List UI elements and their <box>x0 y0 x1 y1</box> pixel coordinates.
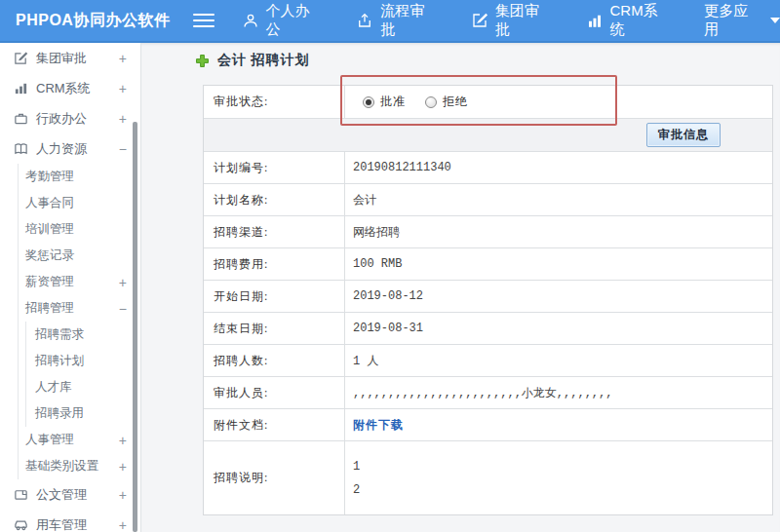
sidebar-item-reward-punishment[interactable]: 奖惩记录 <box>19 243 140 269</box>
field-value: 1 人 <box>345 345 772 376</box>
field-value: 2019-08-12 <box>345 281 772 312</box>
form-row-recruit-cost: 招聘费用: 100 RMB <box>204 248 772 281</box>
expand-toggle[interactable]: + <box>119 112 127 126</box>
nav-label: CRM系统 <box>610 2 672 39</box>
edit-square-icon <box>471 12 488 29</box>
description-line: 2 <box>353 483 360 497</box>
nav-label: 更多应用 <box>704 2 761 39</box>
nav-label: 流程审批 <box>380 2 438 39</box>
sidebar-item-group-approval[interactable]: 集团审批 + <box>0 43 140 73</box>
add-plus-icon <box>195 54 210 68</box>
menu-toggle-icon[interactable] <box>193 10 214 31</box>
field-label: 结束日期: <box>204 313 345 344</box>
sidebar-item-label: 招聘计划 <box>35 353 84 369</box>
main-content: 会计 招聘计划 审批状态: 批准 拒绝 审批信息 计划编号: 201908121… <box>141 43 780 532</box>
nav-item-personal-office[interactable]: 个人办公 <box>242 2 324 39</box>
expand-toggle[interactable]: − <box>119 142 127 156</box>
field-label: 计划编号: <box>204 152 345 183</box>
sidebar-item-recruit-plan[interactable]: 招聘计划 <box>26 348 140 374</box>
expand-toggle[interactable]: − <box>119 302 127 316</box>
sidebar-item-salary[interactable]: 薪资管理 + <box>19 269 140 295</box>
document-icon <box>14 487 28 502</box>
sidebar-item-label: 人才库 <box>35 379 72 396</box>
page-title: 会计 招聘计划 <box>195 52 310 69</box>
sidebar-item-recruitment[interactable]: 招聘管理 − <box>19 295 140 322</box>
field-label: 招聘说明: <box>204 441 345 514</box>
sidebar-scrollbar[interactable] <box>133 122 137 532</box>
sidebar-item-label: 奖惩记录 <box>25 247 74 264</box>
radio-label: 拒绝 <box>443 94 468 110</box>
form-row-action: 审批信息 <box>204 119 772 152</box>
sidebar-item-recruit-hiring[interactable]: 招聘录用 <box>26 400 140 427</box>
sidebar-item-label: 公文管理 <box>36 486 87 504</box>
sidebar-item-hr-contract[interactable]: 人事合同 <box>19 190 140 216</box>
nav-item-more-apps[interactable]: 更多应用 <box>704 2 780 39</box>
top-navbar: PHPOA协同办公软件 个人办公 流程审批 <box>0 0 780 43</box>
sidebar-item-recruit-demand[interactable]: 招聘需求 <box>26 322 140 348</box>
sidebar-item-attendance[interactable]: 考勤管理 <box>19 164 140 190</box>
expand-toggle[interactable]: + <box>119 52 127 65</box>
sidebar-nav: 集团审批 + CRM系统 + 行政办公 + 人力资源 − 考勤管理 人事合同 培… <box>0 43 141 532</box>
sidebar-item-label: 培训管理 <box>25 221 74 238</box>
sidebar-item-talent-pool[interactable]: 人才库 <box>26 374 140 400</box>
nav-label: 个人办公 <box>266 2 324 39</box>
sidebar-item-admin-office[interactable]: 行政办公 + <box>0 103 140 133</box>
field-label: 附件文档: <box>204 409 345 440</box>
radio-reject[interactable] <box>425 96 437 108</box>
app-logo: PHPOA协同办公软件 <box>0 11 193 31</box>
field-label: 招聘费用: <box>204 248 345 280</box>
field-value: ,,,,,,,,,,,,,,,,,,,,,,,,小龙女,,,,,,,, <box>345 377 772 408</box>
nav-item-process-approval[interactable]: 流程审批 <box>356 2 438 39</box>
sidebar-item-human-resources[interactable]: 人力资源 − <box>0 133 140 164</box>
bar-chart-icon <box>14 81 28 95</box>
radio-label: 批准 <box>380 94 406 110</box>
attachment-download-link[interactable]: 附件下载 <box>353 417 404 434</box>
form-row-recruit-channel: 招聘渠道: 网络招聘 <box>204 216 772 248</box>
form-row-recruit-description: 招聘说明: 1 2 <box>204 441 772 514</box>
approval-options: 批准 拒绝 <box>345 86 772 118</box>
expand-toggle[interactable]: + <box>119 488 127 502</box>
field-label: 审批状态: <box>204 86 345 118</box>
sidebar-item-personnel-mgmt[interactable]: 人事管理 + <box>19 427 140 453</box>
sidebar-item-label: 人事管理 <box>25 432 74 448</box>
expand-toggle[interactable]: + <box>119 276 127 289</box>
process-approval-icon <box>356 12 373 29</box>
edit-square-icon <box>14 51 28 65</box>
field-value: 20190812111340 <box>345 152 772 183</box>
sidebar-item-label: 招聘需求 <box>35 326 84 343</box>
sidebar-item-label: 薪资管理 <box>25 274 74 290</box>
sidebar-item-training[interactable]: 培训管理 <box>19 216 140 243</box>
sidebar-item-official-docs[interactable]: 公文管理 + <box>0 479 140 510</box>
nav-item-group-approval[interactable]: 集团审批 <box>471 2 553 39</box>
sidebar-item-label: CRM系统 <box>36 80 91 97</box>
field-label: 招聘渠道: <box>204 216 345 247</box>
navbar-menu: 个人办公 流程审批 集团审批 CRM系统 <box>242 2 780 39</box>
sidebar-item-label: 招聘录用 <box>35 405 84 422</box>
expand-toggle[interactable]: + <box>119 460 127 474</box>
sidebar-item-crm-system[interactable]: CRM系统 + <box>0 73 140 103</box>
field-label: 计划名称: <box>204 184 345 215</box>
radio-approve[interactable] <box>363 96 374 108</box>
radio-option-approve[interactable]: 批准 <box>363 94 406 110</box>
sidebar-item-vehicle-mgmt[interactable]: 用车管理 + <box>0 510 140 532</box>
sidebar-submenu-recruitment: 招聘需求 招聘计划 人才库 招聘录用 <box>25 322 140 427</box>
form-row-approval-status: 审批状态: 批准 拒绝 <box>204 86 772 119</box>
field-value: 会计 <box>345 184 772 215</box>
expand-toggle[interactable]: + <box>119 518 127 532</box>
book-icon <box>14 141 28 156</box>
form-row-headcount: 招聘人数: 1 人 <box>204 345 772 377</box>
approval-info-button[interactable]: 审批信息 <box>646 123 721 147</box>
caret-down-icon <box>770 18 780 23</box>
car-icon <box>14 517 28 532</box>
field-value: 100 RMB <box>345 248 772 280</box>
field-label: 审批人员: <box>204 377 345 408</box>
expand-toggle[interactable]: + <box>119 434 127 447</box>
field-label: 招聘人数: <box>204 345 345 376</box>
expand-toggle[interactable]: + <box>119 82 127 95</box>
form-row-plan-number: 计划编号: 20190812111340 <box>204 152 772 184</box>
sidebar-item-base-category[interactable]: 基础类别设置 + <box>19 453 140 479</box>
sidebar-item-label: 行政办公 <box>36 110 87 128</box>
nav-item-crm-system[interactable]: CRM系统 <box>586 2 672 39</box>
field-value: 网络招聘 <box>345 216 772 247</box>
radio-option-reject[interactable]: 拒绝 <box>425 94 468 110</box>
